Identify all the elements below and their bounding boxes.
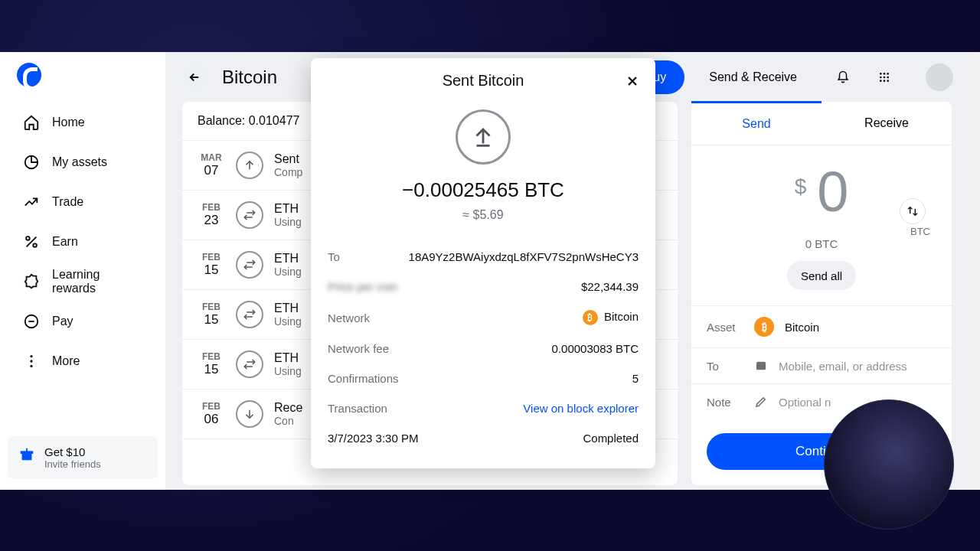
webcam-overlay bbox=[824, 399, 954, 530]
row-key: Price per coin bbox=[328, 280, 398, 293]
modal-row-status: 3/7/2023 3:30 PMCompleted bbox=[328, 423, 639, 453]
modal-row-to: To18A9Yz2BWAiyxdzqL8fXFV7S2pnWsHeCY3 bbox=[328, 242, 639, 272]
modal-title: Sent Bitcoin bbox=[328, 72, 639, 90]
modal-row-price: Price per coin$22,344.39 bbox=[328, 272, 639, 302]
modal-row-network: Network₿Bitcoin bbox=[328, 302, 639, 334]
row-key: 3/7/2023 3:30 PM bbox=[328, 432, 418, 445]
row-key: Network fee bbox=[328, 342, 389, 355]
row-value: ₿Bitcoin bbox=[583, 310, 639, 325]
modal-row-fee: Network fee0.00003083 BTC bbox=[328, 334, 639, 364]
transaction-detail-modal: Sent Bitcoin −0.00025465 BTC ≈ $5.69 To1… bbox=[311, 58, 655, 468]
close-button[interactable] bbox=[622, 70, 643, 92]
row-key: To bbox=[328, 250, 340, 263]
close-icon bbox=[625, 73, 640, 89]
bitcoin-icon: ₿ bbox=[583, 310, 598, 325]
modal-row-transaction: TransactionView on block explorer bbox=[328, 393, 639, 423]
modal-row-confirmations: Confirmations5 bbox=[328, 364, 639, 393]
row-key: Confirmations bbox=[328, 372, 399, 385]
send-icon bbox=[456, 109, 511, 165]
row-value: 5 bbox=[632, 372, 639, 385]
row-value: 18A9Yz2BWAiyxdzqL8fXFV7S2pnWsHeCY3 bbox=[409, 250, 639, 263]
row-value: Completed bbox=[583, 432, 639, 445]
block-explorer-link[interactable]: View on block explorer bbox=[523, 402, 639, 415]
row-key: Network bbox=[328, 311, 370, 324]
modal-amount-usd: ≈ $5.69 bbox=[328, 208, 639, 222]
row-value: 0.00003083 BTC bbox=[552, 342, 639, 355]
row-value: $22,344.39 bbox=[581, 280, 639, 293]
row-key: Transaction bbox=[328, 402, 387, 415]
modal-amount: −0.00025465 BTC bbox=[328, 178, 639, 202]
